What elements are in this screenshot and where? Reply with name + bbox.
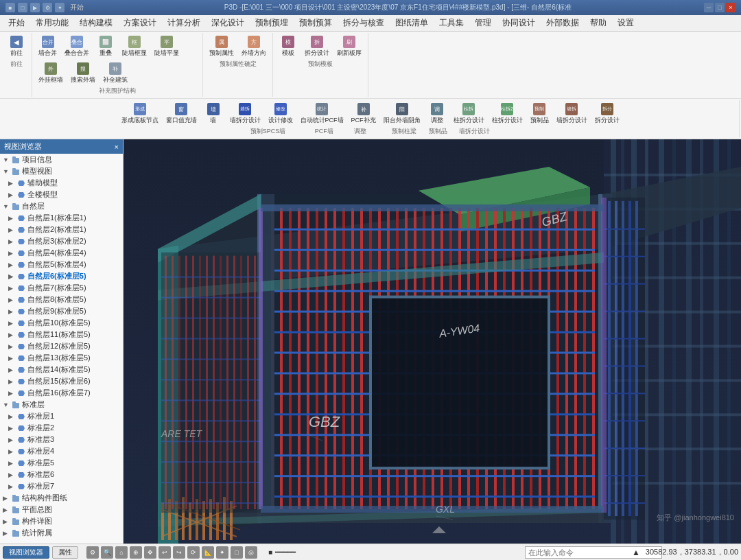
auto-stat-button[interactable]: 统计自动统计PCF墙 xyxy=(297,101,347,127)
sidebar-close-icon[interactable]: × xyxy=(115,143,119,151)
plane-show-button[interactable]: 平陡墙平显 xyxy=(151,34,183,60)
tree-item-plan-view[interactable]: ▶平面总图 xyxy=(0,504,123,515)
col-split2-button[interactable]: 柱拆2柱拆分设计 xyxy=(489,101,526,127)
tree-item-sl5[interactable]: ▶标准层5 xyxy=(0,457,123,469)
bottom-icon-1[interactable]: ⚙ xyxy=(86,546,99,559)
sidebar-tree[interactable]: ▼项目信息▼模型视图▶辅助模型▶全楼模型▼自然层▶自然层1(标准层1)▶自然层2… xyxy=(0,154,123,544)
tree-item-nl16[interactable]: ▶自然层16(标准层7) xyxy=(0,387,123,399)
tree-item-sl3[interactable]: ▶标准层3 xyxy=(0,434,123,445)
tree-item-sl1[interactable]: ▶标准层1 xyxy=(0,410,123,422)
tree-item-full-model[interactable]: ▶全楼模型 xyxy=(0,189,123,200)
tree-item-aux-model[interactable]: ▶辅助模型 xyxy=(0,177,123,189)
command-input[interactable] xyxy=(525,546,662,559)
bottom-icon-5[interactable]: ✥ xyxy=(144,546,156,559)
tree-item-sl4[interactable]: ▶标准层4 xyxy=(0,445,123,457)
tree-item-nl3[interactable]: ▶自然层3(标准层2) xyxy=(0,235,123,247)
bottom-icon-12[interactable]: ◎ xyxy=(245,546,257,559)
pcf-fix-button[interactable]: 补PCF补充 xyxy=(348,101,379,127)
tree-item-nl7[interactable]: ▶自然层7(标准层5) xyxy=(0,282,123,294)
menu-item-15[interactable]: 设置 xyxy=(612,16,639,30)
window-controls[interactable]: ─ □ × xyxy=(704,3,736,12)
tree-item-stat[interactable]: ▶统计附属 xyxy=(0,527,123,539)
view-browser-tab[interactable]: 视图浏览器 xyxy=(3,546,49,559)
menu-item-10[interactable]: 工具集 xyxy=(434,16,469,30)
outer-dir-button[interactable]: 方外墙方向 xyxy=(238,34,270,60)
wall-merge-button[interactable]: 合并墙合并 xyxy=(35,34,60,60)
tree-item-nl9[interactable]: ▶自然层9(标准层5) xyxy=(0,305,123,317)
tree-item-sl7[interactable]: ▶标准层7 xyxy=(0,480,123,492)
tree-item-nl5[interactable]: ▶自然层5(标准层4) xyxy=(0,259,123,270)
viewport[interactable]: GBZ GBZ A-YW04 GXL ARE TET xyxy=(124,139,741,544)
menu-item-5[interactable]: 深化设计 xyxy=(206,16,250,30)
search-outer-button[interactable]: 搜搜索外墙 xyxy=(67,60,99,86)
bottom-icon-6[interactable]: ↩ xyxy=(158,546,171,559)
tree-item-natural-layer[interactable]: ▼自然层 xyxy=(0,200,123,212)
minimize-button[interactable]: ─ xyxy=(704,3,714,12)
tree-item-sl6[interactable]: ▶标准层6 xyxy=(0,469,123,480)
overlap-button[interactable]: ⬜重叠 xyxy=(93,34,118,60)
properties-tab[interactable]: 属性 xyxy=(52,546,78,559)
wall-btn[interactable]: 墙墙 xyxy=(201,101,226,127)
tree-item-nl13[interactable]: ▶自然层13(标准层5) xyxy=(0,352,123,364)
template-button[interactable]: 模模板 xyxy=(276,34,301,60)
menu-item-9[interactable]: 图纸清单 xyxy=(390,16,434,30)
maximize-button[interactable]: □ xyxy=(715,3,725,12)
tree-item-nl15[interactable]: ▶自然层15(标准层6) xyxy=(0,375,123,387)
bottom-icon-8[interactable]: ⟳ xyxy=(187,546,200,559)
menu-item-13[interactable]: 外部数据 xyxy=(541,16,585,30)
tree-item-nl10[interactable]: ▶自然层10(标准层5) xyxy=(0,317,123,329)
menu-item-6[interactable]: 预制预埋 xyxy=(250,16,294,30)
tree-item-nl1[interactable]: ▶自然层1(标准层1) xyxy=(0,212,123,224)
tree-item-proj-info[interactable]: ▼项目信息 xyxy=(0,154,123,165)
overlay-merge-button[interactable]: 叠合叠合合并 xyxy=(61,34,93,60)
menu-item-14[interactable]: 帮助 xyxy=(585,16,612,30)
menu-item-11[interactable]: 管理 xyxy=(469,16,497,30)
bottom-icon-7[interactable]: ↪ xyxy=(173,546,185,559)
bottom-icon-2[interactable]: 🔍 xyxy=(101,546,113,559)
wall-split2-button[interactable]: 墙拆墙拆分设计 xyxy=(553,101,591,127)
tune-button[interactable]: 调调整 xyxy=(425,101,449,127)
menu-item-0[interactable]: 开始 xyxy=(3,16,30,30)
tree-item-nl2[interactable]: ▶自然层2(标准层1) xyxy=(0,224,123,235)
split-design-button[interactable]: 拆分拆分设计 xyxy=(591,101,623,127)
menu-item-7[interactable]: 预制预算 xyxy=(294,16,338,30)
wall-split-design-button[interactable]: 墙拆墙拆分设计 xyxy=(226,101,264,127)
wall-frame-button[interactable]: 框陡墙框显 xyxy=(119,34,150,60)
tree-item-nl4[interactable]: ▶自然层4(标准层4) xyxy=(0,247,123,259)
refresh-thick-button[interactable]: 刷刷新板厚 xyxy=(333,34,365,60)
tree-item-nl8[interactable]: ▶自然层8(标准层5) xyxy=(0,294,123,305)
scroll-up-icon[interactable]: ▲ xyxy=(632,548,640,557)
tree-item-detail[interactable]: ▶构件详图 xyxy=(0,515,123,527)
tree-item-nl6[interactable]: ▶自然层6(标准层5) xyxy=(0,270,123,282)
menu-item-2[interactable]: 结构建模 xyxy=(74,16,118,30)
fill-wall-button[interactable]: 窗窗口值充墙 xyxy=(163,101,200,127)
tree-item-std-layer[interactable]: ▼标准层 xyxy=(0,399,123,410)
design-modify-button[interactable]: 修改设计修改 xyxy=(265,101,296,127)
tree-item-sl2[interactable]: ▶标准层2 xyxy=(0,422,123,434)
outer-wall-button[interactable]: 外外挂框墙 xyxy=(35,60,67,86)
menu-item-3[interactable]: 方案设计 xyxy=(118,16,162,30)
fix-struct-button[interactable]: 补补全建筑 xyxy=(99,60,131,86)
tree-item-nl11[interactable]: ▶自然层11(标准层5) xyxy=(0,329,123,340)
bottom-icon-4[interactable]: ⊕ xyxy=(130,546,142,559)
bottom-icon-11[interactable]: □ xyxy=(231,546,243,559)
tree-item-struct-dwg[interactable]: ▶结构构件图纸 xyxy=(0,492,123,504)
col-split1-button[interactable]: 柱拆柱拆分设计 xyxy=(450,101,488,127)
menu-item-1[interactable]: 常用功能 xyxy=(30,16,74,30)
disassemble-button[interactable]: 拆拆分设计 xyxy=(301,34,333,60)
back-button[interactable]: ◀前往 xyxy=(4,34,29,60)
tree-item-model-view[interactable]: ▼模型视图 xyxy=(0,165,123,177)
menu-item-4[interactable]: 计算分析 xyxy=(162,16,206,30)
bottom-icon-3[interactable]: ⌂ xyxy=(115,546,128,559)
tree-item-nl12[interactable]: ▶自然层12(标准层5) xyxy=(0,340,123,352)
menu-item-12[interactable]: 协同设计 xyxy=(497,16,541,30)
tree-item-nl14[interactable]: ▶自然层14(标准层5) xyxy=(0,364,123,375)
balcony-button[interactable]: 阳阳台外墙阴角 xyxy=(380,101,424,127)
prefab-prop-button[interactable]: 属预制属性 xyxy=(206,34,237,60)
bottom-icon-10[interactable]: ✦ xyxy=(216,546,228,559)
close-button[interactable]: × xyxy=(726,3,736,12)
precomp-button[interactable]: 预制预制品 xyxy=(527,101,552,127)
menu-item-8[interactable]: 拆分与核查 xyxy=(338,16,390,30)
form-bottom-node-button[interactable]: 形成形成底板节点 xyxy=(118,101,162,127)
bottom-icon-9[interactable]: 📐 xyxy=(202,546,214,559)
